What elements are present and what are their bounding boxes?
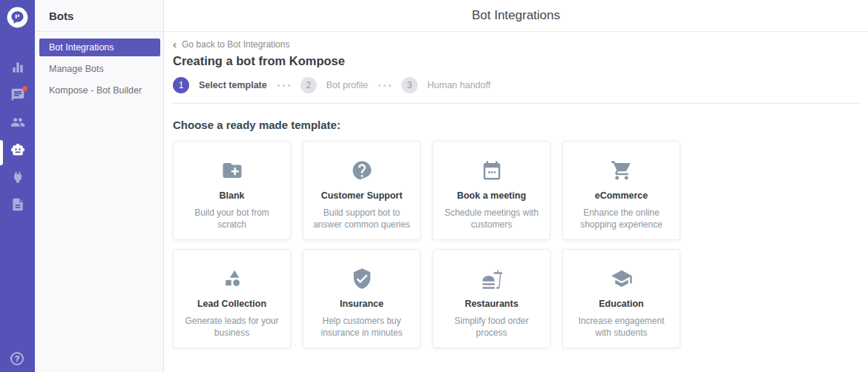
- template-card-description: Help customers buy insurance in minutes: [303, 315, 420, 339]
- chevron-left-icon: ‹: [173, 40, 177, 49]
- step-separator-dots: [277, 84, 290, 87]
- bots-sidebar: Bots Bot Integrations Manage Bots Kompos…: [35, 0, 164, 372]
- calendar-icon: [481, 159, 503, 182]
- template-card-title: Customer Support: [321, 190, 403, 201]
- shapes-icon: [221, 268, 243, 290]
- folder-plus-icon: [221, 159, 243, 182]
- go-back-link[interactable]: ‹ Go back to Bot Integrations: [173, 39, 859, 50]
- notification-badge: [22, 86, 27, 91]
- stepper-step[interactable]: 3 Human handoff: [401, 77, 490, 93]
- template-card-title: Insurance: [340, 299, 384, 309]
- step-number: 3: [401, 77, 418, 93]
- template-card-description: Build support bot to answer common queri…: [303, 207, 420, 230]
- sidebar-item-kompose-bot-builder[interactable]: Kompose - Bot Builder: [35, 81, 163, 99]
- sidebar-item-manage-bots[interactable]: Manage Bots: [35, 59, 163, 78]
- template-card-description: Schedule meetings with customers: [433, 207, 550, 230]
- template-card[interactable]: Restaurants Simplify food order process: [433, 249, 550, 348]
- template-card-title: Restaurants: [464, 299, 518, 309]
- template-grid: Blank Build your bot from scratch Custom…: [173, 141, 859, 348]
- analytics-icon[interactable]: [10, 60, 25, 75]
- template-card[interactable]: Insurance Help customers buy insurance i…: [303, 249, 421, 348]
- kommunicate-logo-icon[interactable]: [7, 7, 28, 28]
- template-card-description: Simplify food order process: [433, 315, 550, 339]
- stepper: 1 Select template 2 Bot profile 3 Human …: [173, 77, 859, 93]
- stepper-step[interactable]: 1 Select template: [173, 77, 267, 93]
- fastfood-icon: [481, 268, 503, 290]
- template-card-title: Lead Collection: [197, 299, 266, 309]
- step-separator-dots: [378, 84, 391, 87]
- template-card-description: Increase engagement with students: [563, 315, 680, 339]
- template-card[interactable]: Blank Build your bot from scratch: [173, 141, 291, 240]
- helpcenter-icon[interactable]: [10, 197, 25, 212]
- stepper-step[interactable]: 2 Bot profile: [300, 77, 368, 93]
- template-card-description: Generate leads for your business: [174, 315, 290, 339]
- help-icon[interactable]: ?: [10, 352, 24, 365]
- template-card[interactable]: eCommerce Enhance the online shopping ex…: [562, 141, 680, 240]
- rail-icon-list: [0, 60, 35, 212]
- page-title: Creating a bot from Kompose: [173, 54, 859, 68]
- integrations-icon[interactable]: [10, 170, 25, 185]
- contacts-icon[interactable]: [10, 115, 25, 130]
- step-label: Bot profile: [326, 80, 368, 90]
- go-back-label: Go back to Bot Integrations: [182, 39, 289, 50]
- section-title: Choose a ready made template:: [173, 119, 859, 131]
- step-label: Select template: [199, 80, 267, 90]
- template-card-description: Enhance the online shopping experience: [563, 207, 680, 230]
- template-card[interactable]: Customer Support Build support bot to an…: [303, 141, 421, 240]
- sidebar-title: Bots: [35, 0, 163, 32]
- divider: [173, 103, 859, 104]
- step-label: Human handoff: [427, 80, 490, 90]
- template-card-title: eCommerce: [595, 190, 648, 201]
- template-card[interactable]: Book a meeting Schedule meetings with cu…: [433, 141, 550, 240]
- template-card-title: Book a meeting: [457, 190, 526, 201]
- conversations-icon[interactable]: [10, 87, 25, 102]
- template-card[interactable]: Lead Collection Generate leads for your …: [173, 249, 291, 348]
- main-content: ‹ Go back to Bot Integrations Creating a…: [164, 33, 868, 372]
- header-title: Bot Integrations: [472, 8, 560, 23]
- template-card-description: Build your bot from scratch: [174, 207, 290, 230]
- shield-check-icon: [351, 268, 373, 290]
- shopping-cart-icon: [611, 159, 633, 182]
- template-card-title: Blank: [219, 190, 244, 201]
- graduation-cap-icon: [611, 268, 633, 290]
- help-circle-icon: [351, 159, 373, 182]
- sidebar-menu: Bot Integrations Manage Bots Kompose - B…: [35, 32, 163, 99]
- step-number: 2: [300, 77, 317, 93]
- page-header: Bot Integrations: [164, 0, 868, 32]
- step-number: 1: [173, 77, 189, 93]
- template-card[interactable]: Education Increase engagement with stude…: [562, 249, 680, 348]
- sidebar-item-bot-integrations[interactable]: Bot Integrations: [39, 39, 160, 56]
- template-card-title: Education: [599, 299, 643, 309]
- bot-icon[interactable]: [10, 142, 25, 157]
- nav-rail: ?: [0, 0, 35, 372]
